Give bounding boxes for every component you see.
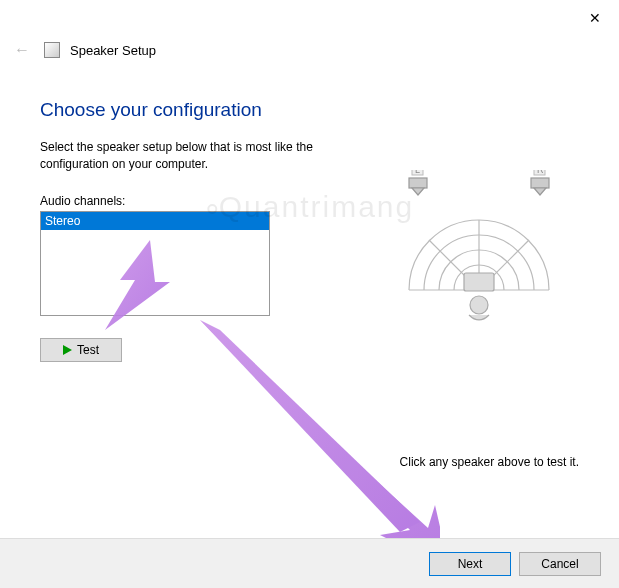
right-speaker-label: R [537,170,544,175]
page-heading: Choose your configuration [40,99,579,121]
left-speaker-label: L [415,170,420,175]
svg-point-6 [470,296,488,314]
next-button[interactable]: Next [429,552,511,576]
svg-rect-7 [409,178,427,188]
audio-channels-listbox[interactable]: Stereo [40,211,270,316]
svg-rect-5 [464,273,494,291]
test-button[interactable]: Test [40,338,122,362]
speaker-app-icon [44,42,60,58]
close-icon[interactable]: ✕ [589,10,601,26]
test-button-label: Test [77,343,99,357]
hint-text: Click any speaker above to test it. [400,455,579,469]
window-title: Speaker Setup [70,43,156,58]
speaker-diagram[interactable]: L R [374,170,584,350]
svg-rect-8 [531,178,549,188]
wizard-button-bar: Next Cancel [0,538,619,588]
instruction-text: Select the speaker setup below that is m… [40,139,340,174]
play-icon [63,345,72,355]
cancel-button[interactable]: Cancel [519,552,601,576]
back-arrow-icon: ← [10,41,34,59]
list-item[interactable]: Stereo [41,212,269,230]
